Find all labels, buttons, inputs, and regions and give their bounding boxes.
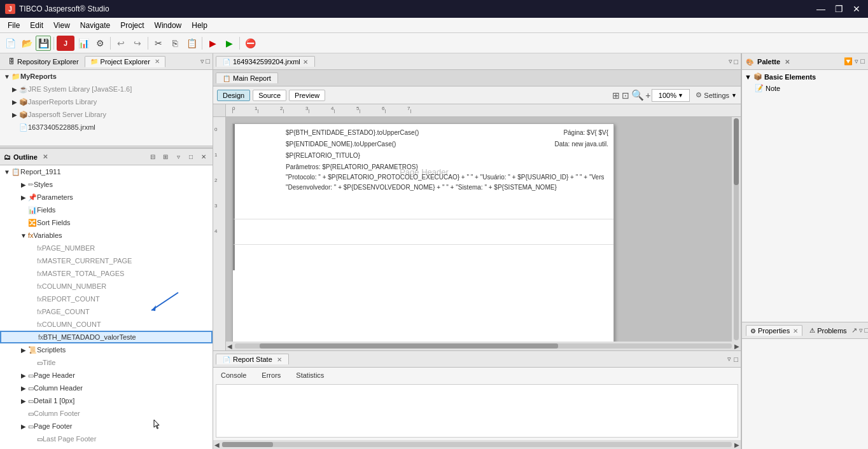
toggle-parameters[interactable]: ▶: [19, 194, 28, 201]
outline-report-count[interactable]: fx REPORT_COUNT: [0, 293, 213, 305]
element-parametros[interactable]: Parâmetros: $P{RELATORIO_PARAMETROS}: [286, 163, 418, 170]
outline-styles[interactable]: ▶ ✏ Styles: [0, 178, 213, 191]
errors-nav[interactable]: Errors: [259, 370, 283, 380]
outline-tab-close[interactable]: ✕: [43, 153, 48, 160]
menu-file[interactable]: File: [3, 20, 25, 31]
menu-window[interactable]: Window: [150, 20, 187, 31]
zoom-display[interactable]: 100% ▼: [652, 89, 690, 102]
toggle-styles[interactable]: ▶: [19, 181, 28, 188]
bottom-hscroll[interactable]: ◀ ▶: [213, 440, 741, 449]
design-tab-btn[interactable]: Design: [217, 90, 250, 101]
toggle-variables[interactable]: ▼: [19, 232, 28, 239]
bottom-minimize-btn[interactable]: ▿: [727, 355, 731, 363]
tree-jre-library[interactable]: ▶ ☕ JRE System Library [JavaSE-1.6]: [0, 83, 213, 95]
copy-button[interactable]: ⎘: [167, 36, 183, 51]
outline-scriptlets[interactable]: ▶ 📜 Scriptlets: [0, 343, 213, 356]
main-report-tab[interactable]: 📋 Main Report: [216, 73, 278, 83]
outline-page-count[interactable]: fx PAGE_COUNT: [0, 305, 213, 318]
project-close-icon[interactable]: ✕: [155, 58, 160, 65]
explorer-minimize-btn[interactable]: ▿: [200, 57, 204, 66]
settings-text[interactable]: Settings: [704, 92, 729, 99]
element-titulo[interactable]: $P{RELATORIO_TITULO}: [286, 152, 360, 159]
element-protocolo[interactable]: "Protocolo: " + $P{RELATORIO_PROTOCOLO_E…: [286, 174, 604, 181]
outline-expand-all[interactable]: ⊞: [160, 153, 171, 160]
outline-summary[interactable]: ▭ Summary: [0, 445, 213, 449]
outline-page-number[interactable]: fx PAGE_NUMBER: [0, 242, 213, 254]
bottom-text-area[interactable]: [216, 384, 738, 438]
hscroll-left-btn[interactable]: ◀: [226, 343, 234, 350]
basic-elements-section[interactable]: ▼ 📦 Basic Elements: [745, 73, 866, 81]
editor-maximize-btn[interactable]: □: [734, 58, 738, 66]
bottom-hscroll-thumb[interactable]: [222, 442, 273, 447]
outline-title[interactable]: ▭ Title: [0, 356, 213, 369]
properties-close-btn[interactable]: ✕: [793, 328, 798, 335]
jrxml-close-btn[interactable]: ✕: [303, 59, 308, 66]
tab-repository-explorer[interactable]: 🗄 Repository Explorer: [3, 56, 85, 67]
outline-column-number[interactable]: fx COLUMN_NUMBER: [0, 280, 213, 293]
statistics-nav[interactable]: Statistics: [293, 370, 326, 380]
menu-navigate[interactable]: Navigate: [75, 20, 115, 31]
canvas-hscroll[interactable]: ◀ ▶: [226, 342, 741, 350]
close-button[interactable]: ✕: [850, 4, 863, 14]
compile-button[interactable]: ⚙: [92, 36, 108, 51]
outline-detail[interactable]: ▶ ▭ Detail 1 [0px]: [0, 394, 213, 407]
palette-filter-icon[interactable]: 🔽: [844, 57, 853, 66]
problems-tab[interactable]: ⚠ Problems: [805, 325, 851, 336]
outline-maximize[interactable]: □: [186, 153, 196, 160]
menu-help[interactable]: Help: [186, 20, 213, 31]
menu-project[interactable]: Project: [115, 20, 149, 31]
undo-button[interactable]: ↩: [113, 36, 129, 51]
toggle-myreports[interactable]: ▼: [3, 73, 11, 80]
toggle-jre[interactable]: ▶: [10, 86, 19, 93]
preview-tab-btn[interactable]: Preview: [289, 90, 325, 101]
outline-root[interactable]: ▼ 📋 Report_1911: [0, 165, 213, 178]
outline-column-footer[interactable]: ▭ Column Footer: [0, 407, 213, 420]
report-state-close[interactable]: ✕: [277, 356, 282, 363]
open-button[interactable]: 📂: [19, 36, 34, 51]
element-entidade-estado[interactable]: $P{BTH_ENTIDADE_ESTADO}.toUpperCase(): [286, 129, 419, 136]
outline-minimize[interactable]: ▿: [173, 153, 183, 160]
run-button[interactable]: ▶: [221, 36, 237, 51]
menu-edit[interactable]: Edit: [25, 20, 48, 31]
toggle-root[interactable]: ▼: [3, 169, 11, 176]
save-button[interactable]: 💾: [36, 36, 51, 51]
outline-page-header[interactable]: ▶ ▭ Page Header: [0, 369, 213, 382]
toggle-jasperreports[interactable]: ▶: [10, 99, 19, 106]
toggle-detail[interactable]: ▶: [19, 397, 28, 404]
hscroll-right-btn[interactable]: ▶: [733, 343, 741, 350]
outline-fields[interactable]: 📊 Fields: [0, 204, 213, 216]
outline-master-total[interactable]: fx MASTER_TOTAL_PAGES: [0, 267, 213, 280]
bottom-maximize-btn[interactable]: □: [734, 356, 738, 363]
cut-button[interactable]: ✂: [151, 36, 166, 51]
console-nav[interactable]: Console: [218, 370, 249, 380]
grid-icon[interactable]: ⊡: [622, 90, 629, 100]
bold-button[interactable]: ⛔: [242, 36, 258, 51]
toggle-jaspersoft[interactable]: ▶: [10, 111, 19, 118]
palette-minimize-btn[interactable]: ▿: [855, 57, 858, 66]
zoom-out-btn[interactable]: 🔍: [631, 89, 644, 101]
bottom-hscroll-left[interactable]: ◀: [213, 441, 221, 448]
properties-external-btn[interactable]: ↗: [851, 326, 857, 335]
vscroll-thumb[interactable]: [734, 118, 739, 185]
palette-item-note[interactable]: 📝 Note: [745, 83, 866, 93]
editor-minimize-btn[interactable]: ▿: [729, 57, 732, 66]
maximize-button[interactable]: ❐: [832, 4, 845, 14]
zoom-dropdown-icon[interactable]: ▼: [678, 92, 683, 99]
palette-maximize-btn[interactable]: □: [860, 57, 865, 66]
design-canvas[interactable]: Page Header $P{BTH_ENTIDADE_ESTADO}.toUp…: [226, 117, 732, 342]
properties-tab[interactable]: ⚙ Properties ✕: [746, 325, 802, 336]
menu-view[interactable]: View: [48, 20, 75, 31]
tree-myreports[interactable]: ▼ 📁 MyReports: [0, 70, 213, 83]
toggle-page-header[interactable]: ▶: [19, 372, 28, 379]
outline-bth-metadado[interactable]: fx BTH_METADADO_valorTeste: [0, 331, 213, 343]
canvas-vscroll[interactable]: [732, 117, 741, 342]
redo-button[interactable]: ↪: [130, 36, 145, 51]
properties-maximize-btn[interactable]: □: [865, 326, 868, 335]
tree-jasperreports-library[interactable]: ▶ 📦 JasperReports Library: [0, 95, 213, 108]
report-state-tab[interactable]: 📄 Report State ✕: [216, 354, 289, 364]
element-pagina[interactable]: Página: $V{ $V{: [563, 129, 608, 136]
toggle-page-footer[interactable]: ▶: [19, 423, 28, 430]
new-button[interactable]: 📄: [3, 36, 18, 51]
bottom-hscroll-right[interactable]: ▶: [733, 441, 741, 448]
outline-page-footer[interactable]: ▶ ▭ Page Footer: [0, 420, 213, 432]
